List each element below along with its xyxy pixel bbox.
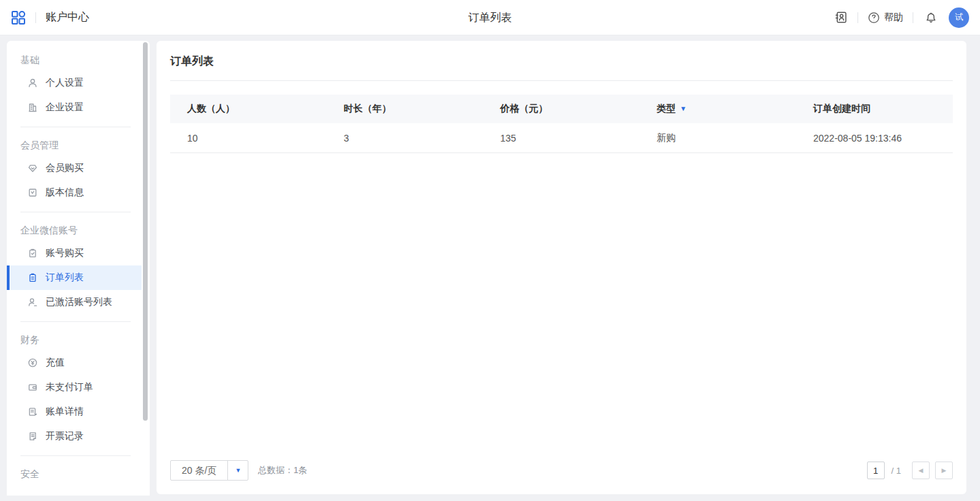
prev-page-button[interactable]: ◀ [912,462,930,479]
clipboard-list-icon [27,272,38,283]
sidebar-divider [20,127,131,127]
notification-bell-icon[interactable] [924,11,938,25]
total-count-label: 总数据：1条 [258,464,307,476]
sidebar-divider [20,455,131,456]
invoice-icon [27,431,38,442]
sidebar-item-label: 个人设置 [46,77,84,89]
cell-people: 10 [170,133,327,144]
sidebar-section-wecom-account: 企业微信账号 [7,219,150,241]
app-grid-icon[interactable] [11,10,26,25]
header-divider [858,12,858,23]
sidebar-item-label: 充值 [46,357,65,369]
page-title: 订单列表 [0,0,980,35]
bill-icon [27,406,38,417]
sidebar-divider [20,212,131,212]
sidebar: 基础 个人设置 企业设置 会员管理 会员购买 [7,41,150,496]
sidebar-item-label: 会员购买 [46,162,84,174]
sidebar-item-label: 已激活账号列表 [46,296,112,308]
header-divider [913,12,913,23]
sidebar-item-label: 账单详情 [46,406,84,418]
sidebar-section-security: 安全 [7,463,150,485]
sidebar-item-invoice-records[interactable]: 开票记录 [7,424,142,449]
sidebar-item-personal-settings[interactable]: 个人设置 [7,71,142,95]
chevron-down-icon: ▼ [227,461,248,480]
help-button[interactable]: 帮助 [868,12,903,24]
table-header-row: 人数（人） 时长（年） 价格（元） 类型▼ 订单创建时间 [170,95,953,123]
page-number-input[interactable] [867,462,885,479]
sidebar-item-bill-details[interactable]: 账单详情 [7,400,142,424]
sidebar-item-account-purchase[interactable]: 账号购买 [7,241,142,265]
column-header-type: 类型▼ [640,103,796,115]
sidebar-section-basic: 基础 [7,49,150,71]
avatar[interactable]: 试 [949,7,969,28]
title-divider [170,80,953,81]
card-title: 订单列表 [170,54,953,69]
sidebar-item-label: 账号购买 [46,247,84,259]
column-header-created-time: 订单创建时间 [796,103,953,115]
building-icon [27,102,38,113]
column-header-people: 人数（人） [170,103,327,115]
sidebar-item-label: 未支付订单 [46,381,93,393]
sidebar-section-finance: 财务 [7,329,150,351]
question-circle-icon [868,12,880,24]
sidebar-item-order-list[interactable]: 订单列表 [7,265,142,290]
sidebar-item-label: 开票记录 [46,430,84,442]
diamond-icon [27,163,38,174]
sidebar-item-version-info[interactable]: 版本信息 [7,180,142,205]
sidebar-item-enterprise-settings[interactable]: 企业设置 [7,95,142,120]
page-size-select[interactable]: 20 条/页 ▼ [170,460,248,481]
user-list-icon [27,297,38,308]
sidebar-item-label: 订单列表 [46,272,84,284]
sidebar-scrollbar[interactable] [143,42,148,421]
sidebar-item-label: 企业设置 [46,101,84,114]
table-row: 10 3 135 新购 2022-08-05 19:13:46 [170,123,953,153]
cell-price: 135 [483,133,640,144]
sidebar-item-label: 版本信息 [46,187,84,199]
total-pages-label: / 1 [892,466,901,476]
sidebar-item-recharge[interactable]: 充值 [7,351,142,375]
next-page-button[interactable]: ▶ [935,462,953,479]
cell-duration: 3 [327,133,483,144]
sidebar-divider [20,321,131,322]
user-icon [27,78,38,88]
wallet-icon [27,382,38,393]
version-doc-icon [27,187,38,198]
help-label: 帮助 [884,12,903,24]
sidebar-item-unpaid-orders[interactable]: 未支付订单 [7,375,142,400]
page-size-value: 20 条/页 [171,461,227,480]
pagination-bar: 20 条/页 ▼ 总数据：1条 / 1 ◀ ▶ [170,460,953,481]
orders-table: 人数（人） 时长（年） 价格（元） 类型▼ 订单创建时间 10 3 135 新购… [170,95,953,153]
contact-book-icon[interactable] [834,10,848,25]
top-header: 账户中心 订单列表 帮助 [0,0,980,35]
clipboard-check-icon [27,248,38,259]
column-header-duration: 时长（年） [327,103,483,115]
header-divider [35,12,36,23]
coin-icon [27,357,38,368]
cell-created-time: 2022-08-05 19:13:46 [796,133,953,144]
sidebar-item-member-purchase[interactable]: 会员购买 [7,156,142,180]
order-list-card: 订单列表 人数（人） 时长（年） 价格（元） 类型▼ 订单创建时间 10 3 1… [157,41,966,494]
sidebar-item-activated-accounts[interactable]: 已激活账号列表 [7,290,142,314]
type-filter-icon[interactable]: ▼ [680,105,687,112]
column-header-price: 价格（元） [483,103,640,115]
sidebar-section-membership: 会员管理 [7,134,150,156]
cell-type: 新购 [640,132,796,144]
app-title: 账户中心 [46,10,89,25]
